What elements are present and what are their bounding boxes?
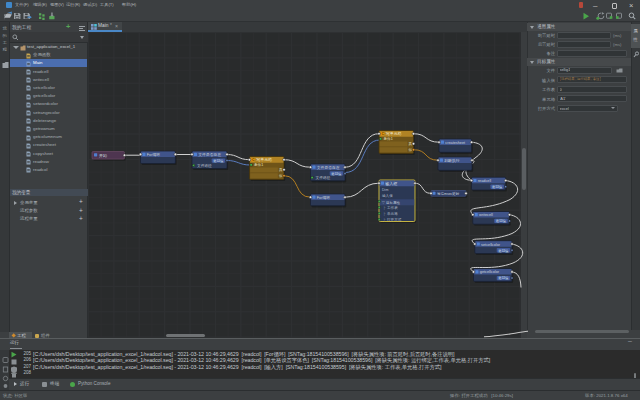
svg-text:文件是否存在: 文件是否存在 [198, 151, 221, 156]
svg-text:写单元格: 写单元格 [256, 157, 272, 162]
svg-text:createsheet: createsheet [445, 140, 466, 144]
svg-text:返回值: 返回值 [498, 276, 509, 280]
svg-text:setcellcolor: setcellcolor [481, 242, 501, 246]
svg-text:▽ 目标属性: ▽ 目标属性 [382, 201, 401, 205]
svg-text:文件是否存在: 文件是否存在 [317, 164, 340, 169]
svg-text:判断执行: 判断执行 [444, 157, 459, 162]
svg-text:Dim: Dim [382, 188, 388, 192]
svg-text:真: 真 [409, 142, 413, 146]
svg-text:文件路径: 文件路径 [197, 162, 212, 167]
svg-text:返回值: 返回值 [496, 219, 507, 223]
svg-text:返回值: 返回值 [492, 185, 503, 189]
svg-text:等待msec延时: 等待msec延时 [437, 191, 460, 196]
svg-text:返回值: 返回值 [498, 248, 509, 252]
svg-text:For循环: For循环 [317, 194, 330, 199]
svg-text:打开方式: 打开方式 [386, 216, 402, 221]
svg-text:返回值: 返回值 [331, 171, 342, 175]
svg-text:假: 假 [409, 147, 413, 151]
svg-text:开始: 开始 [99, 152, 107, 157]
svg-text:readcell: readcell [478, 179, 491, 183]
svg-text:单元格: 单元格 [387, 211, 398, 216]
svg-text:条件1: 条件1 [384, 137, 393, 141]
svg-text:写单元格: 写单元格 [386, 131, 402, 136]
svg-text:输入值: 输入值 [382, 194, 393, 198]
svg-text:假: 假 [279, 173, 283, 177]
svg-text:For循环: For循环 [147, 151, 160, 156]
svg-text:文件路径: 文件路径 [316, 175, 331, 180]
svg-text:getcellcolor: getcellcolor [480, 270, 500, 274]
svg-text:真: 真 [279, 168, 283, 172]
svg-text:writecell: writecell [479, 213, 493, 217]
svg-text:返回值: 返回值 [213, 158, 224, 162]
svg-text:工作表: 工作表 [387, 206, 398, 210]
svg-text:条件1: 条件1 [254, 163, 263, 167]
